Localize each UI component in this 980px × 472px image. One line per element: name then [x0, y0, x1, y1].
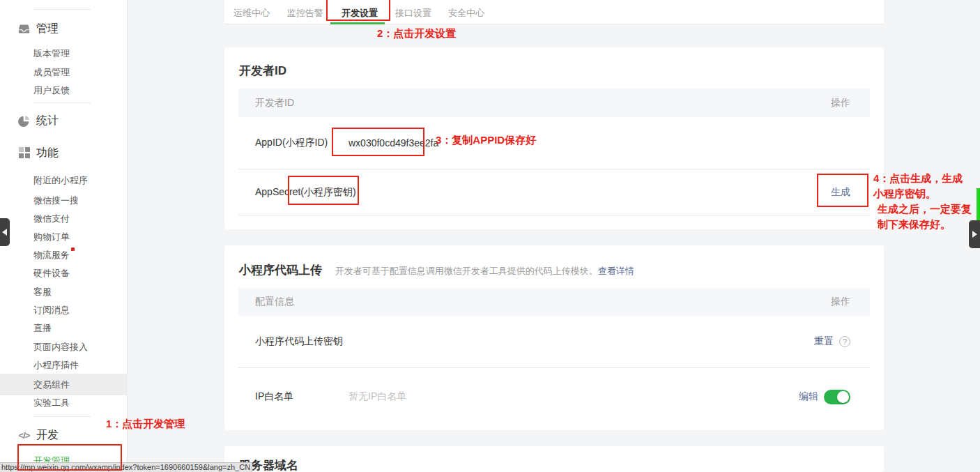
new-badge-dot — [71, 248, 75, 251]
annotation-step4-line4: 制下来保存好。 — [873, 217, 972, 232]
annotation-step4-line3: 生成之后，一定要复 — [873, 201, 972, 217]
row-divider — [238, 215, 870, 215]
sidebar-item-logistics-service[interactable]: 物流服务 — [33, 249, 75, 261]
chevron-right-icon — [972, 231, 977, 238]
annotation-step4-line1: 4：点击生成，生成 — [873, 171, 972, 186]
developer-id-table-header: 开发者ID 操作 — [238, 89, 870, 117]
sidebar-divider — [33, 9, 91, 10]
sidebar-item-wechat-pay[interactable]: 微信支付 — [33, 213, 70, 225]
sidebar-group-features[interactable]: 功能 — [18, 146, 59, 160]
sidebar: 管理 版本管理 成员管理 用户反馈 统计 功能 附近的小程序 微信搜一搜 微信支… — [0, 0, 128, 472]
ip-whitelist-row: IP白名单 暂无IP白名单 编辑 — [238, 368, 870, 425]
edit-button[interactable]: 编辑 — [799, 390, 818, 403]
tab-monitor-alert[interactable]: 监控告警 — [287, 7, 323, 20]
sidebar-item-nearby-miniprogram[interactable]: 附近的小程序 — [33, 174, 88, 187]
toggle-knob — [837, 391, 849, 403]
code-upload-table-header: 配置信息 操作 — [238, 288, 870, 316]
appid-label: AppID(小程序ID) — [255, 137, 329, 149]
developer-id-title: 开发者ID — [239, 63, 286, 79]
ip-whitelist-label: IP白名单 — [255, 390, 329, 403]
sidebar-collapse-handle[interactable] — [0, 218, 10, 246]
annotation-step4-text: 4：点击生成，生成 小程序密钥。 生成之后，一定要复 制下来保存好。 — [873, 171, 972, 232]
sidebar-item-version-management[interactable]: 版本管理 — [33, 47, 70, 60]
sidebar-item-miniprogram-plugin[interactable]: 小程序插件 — [33, 359, 79, 372]
sidebar-item-subscribe-message[interactable]: 订阅消息 — [33, 304, 70, 317]
inbox-icon — [18, 23, 30, 35]
header-col-action: 操作 — [831, 97, 850, 109]
code-upload-title: 小程序代码上传 开发者可基于配置信息调用微信开发者工具提供的代码上传模块。查看详… — [239, 262, 634, 278]
sidebar-item-customer-service[interactable]: 客服 — [33, 286, 52, 298]
settings-tabbar: 运维中心 监控告警 开发设置 接口设置 安全中心 — [224, 0, 884, 24]
browser-status-url: https://mp.weixin.qq.com/wxamp/index?tok… — [0, 462, 252, 472]
pie-chart-icon — [18, 115, 30, 127]
help-question-icon[interactable]: ? — [839, 336, 850, 347]
sidebar-item-hardware-device[interactable]: 硬件设备 — [33, 267, 70, 280]
chevron-left-icon — [2, 229, 7, 236]
sidebar-item-wechat-search[interactable]: 微信搜一搜 — [33, 195, 79, 207]
sidebar-item-member-management[interactable]: 成员管理 — [33, 66, 70, 79]
tab-api-settings[interactable]: 接口设置 — [395, 7, 431, 20]
active-tab-underline — [330, 22, 385, 24]
code-icon: </> — [18, 429, 30, 441]
sidebar-item-user-feedback[interactable]: 用户反馈 — [33, 84, 70, 97]
code-upload-title-text: 小程序代码上传 — [239, 264, 322, 277]
sidebar-item-live-stream[interactable]: 直播 — [33, 322, 52, 335]
header-col-action: 操作 — [831, 296, 850, 308]
sidebar-item-label: 物流服务 — [33, 250, 70, 260]
upload-key-row: 小程序代码上传密钥 重置 ? — [238, 316, 870, 367]
server-domain-card: 服务器域名 — [224, 446, 884, 472]
sidebar-group-label: 功能 — [36, 146, 59, 160]
sidebar-item-trade-component[interactable]: 交易组件 — [33, 379, 70, 391]
tab-security-center[interactable]: 安全中心 — [448, 7, 484, 20]
code-upload-subtitle: 开发者可基于配置信息调用微信开发者工具提供的代码上传模块。 — [335, 266, 598, 276]
appid-value: wx030f0cd49f3ee2fa — [349, 137, 438, 149]
sidebar-group-label: 管理 — [36, 22, 59, 36]
app-window: 管理 版本管理 成员管理 用户反馈 统计 功能 附近的小程序 微信搜一搜 微信支… — [0, 0, 980, 472]
sidebar-group-statistics[interactable]: 统计 — [18, 114, 59, 128]
developer-id-card: 开发者ID 开发者ID 操作 AppID(小程序ID) wx030f0cd49f… — [224, 47, 884, 229]
header-col-developer-id: 开发者ID — [255, 97, 294, 109]
sidebar-item-experiment-tools[interactable]: 实验工具 — [33, 397, 70, 409]
sidebar-expand-handle[interactable] — [969, 220, 980, 248]
sidebar-group-develop[interactable]: </> 开发 — [18, 428, 59, 442]
appsecret-label: AppSecret(小程序密钥) — [255, 186, 344, 199]
upload-key-label: 小程序代码上传密钥 — [255, 335, 344, 348]
sidebar-item-page-content-access[interactable]: 页面内容接入 — [33, 341, 88, 353]
annotation-step2-text: 2：点击开发设置 — [377, 27, 456, 40]
sidebar-group-label: 开发 — [36, 428, 59, 443]
ip-whitelist-toggle[interactable] — [824, 390, 850, 404]
appid-row: AppID(小程序ID) wx030f0cd49f3ee2fa — [238, 117, 870, 169]
header-col-config-info: 配置信息 — [255, 296, 294, 308]
sidebar-item-shopping-orders[interactable]: 购物订单 — [33, 231, 70, 243]
tab-dev-settings[interactable]: 开发设置 — [342, 7, 378, 20]
tab-ops-center[interactable]: 运维中心 — [233, 7, 270, 20]
sidebar-group-manage[interactable]: 管理 — [18, 22, 59, 36]
sidebar-group-label: 统计 — [36, 114, 59, 128]
generate-button[interactable]: 生成 — [831, 186, 850, 199]
reset-button[interactable]: 重置 — [814, 335, 834, 348]
code-upload-card: 小程序代码上传 开发者可基于配置信息调用微信开发者工具提供的代码上传模块。查看详… — [224, 245, 884, 430]
view-details-link[interactable]: 查看详情 — [598, 266, 634, 276]
sidebar-divider — [33, 102, 91, 103]
sidebar-divider — [33, 416, 91, 417]
grid-icon — [18, 147, 30, 159]
annotation-step4-line2: 小程序密钥。 — [873, 186, 972, 201]
appsecret-row: AppSecret(小程序密钥) 生成 — [238, 169, 870, 215]
ip-whitelist-value: 暂无IP白名单 — [349, 390, 406, 403]
